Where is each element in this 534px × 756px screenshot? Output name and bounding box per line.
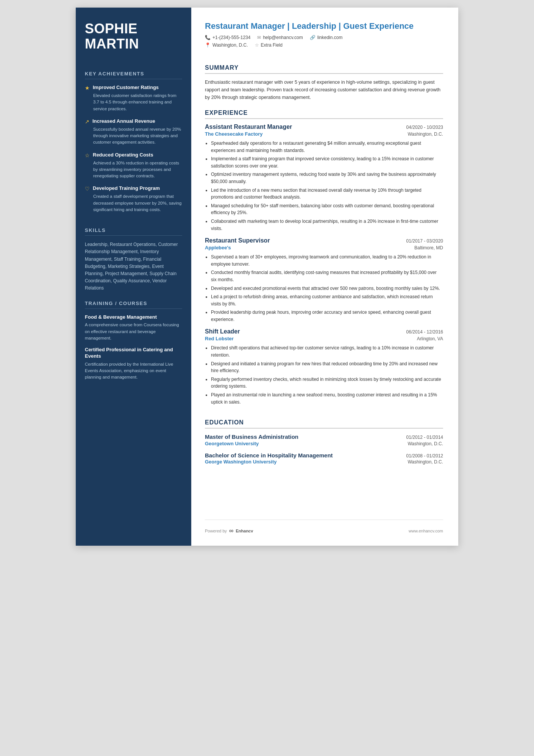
achievement-icon: ♡ (85, 186, 90, 192)
job-title: Restaurant Supervisor (205, 237, 270, 244)
experience-list: Assistant Restaurant Manager 04/2020 - 1… (205, 124, 443, 411)
enhancv-logo-icon: ∞ (229, 527, 233, 534)
bullet-item: Spearheaded daily operations for a resta… (211, 140, 443, 154)
education-title: EDUCATION (205, 419, 443, 429)
achievement-title: Developed Training Program (93, 185, 160, 192)
courses-list: Food & Beverage Management A comprehensi… (85, 314, 182, 386)
star-icon: ☆ (255, 42, 259, 48)
job-date: 01/2017 - 03/2020 (406, 238, 443, 244)
bullet-item: Implemented a staff training program tha… (211, 155, 443, 169)
achievement-title: Reduced Operating Costs (93, 152, 153, 158)
job-location: Washington, D.C. (408, 131, 443, 137)
edu-school: Georgetown University (205, 441, 259, 446)
skills-text: Leadership, Restaurant Operations, Custo… (85, 241, 182, 292)
job-company: The Cheesecake Factory (205, 131, 262, 137)
brand-name: Enhancv (236, 529, 253, 533)
job-company: Red Lobster (205, 336, 234, 341)
achievement-title: Improved Customer Ratings (93, 85, 159, 91)
contact-extra: ☆ Extra Field (255, 42, 283, 48)
achievement-desc: Created a staff development program that… (85, 193, 182, 213)
bullet-item: Led the introduction of a new menu secti… (211, 187, 443, 201)
job-date: 04/2020 - 10/2023 (406, 125, 443, 130)
powered-by-label: Powered by (205, 529, 227, 533)
contact-city: 📍 Washington, D.C. (205, 42, 248, 48)
bullet-item: Optimized inventory management systems, … (211, 171, 443, 185)
bullet-item: Collaborated with marketing team to deve… (211, 218, 443, 232)
resume-wrapper: SOPHIE MARTIN KEY ACHIEVEMENTS ★ Improve… (76, 8, 458, 546)
edu-date: 01/2012 - 01/2014 (406, 435, 443, 440)
job-location: Arlington, VA (417, 336, 443, 341)
course-title: Certified Professional in Catering and E… (85, 347, 182, 360)
achievement-icon: ★ (85, 85, 90, 91)
course-title: Food & Beverage Management (85, 314, 182, 321)
job-title: Assistant Restaurant Manager (205, 124, 292, 130)
job-item: Shift Leader 06/2014 - 12/2016 Red Lobst… (205, 328, 443, 405)
experience-title: EXPERIENCE (205, 110, 443, 119)
contact-row: 📞 +1-(234)-555-1234 ✉ help@enhancv.com 🔗… (205, 35, 443, 40)
bullet-item: Played an instrumental role in launching… (211, 391, 443, 405)
achievement-title: Increased Annual Revenue (92, 118, 155, 125)
job-item: Assistant Restaurant Manager 04/2020 - 1… (205, 124, 443, 232)
main-headline: Restaurant Manager|Leadership|Guest Expe… (205, 21, 443, 31)
summary-title: SUMMARY (205, 64, 443, 74)
candidate-name: SOPHIE MARTIN (85, 21, 182, 51)
course-item: Food & Beverage Management A comprehensi… (85, 314, 182, 342)
edu-degree: Bachelor of Science in Hospitality Manag… (205, 452, 333, 459)
education-item: Master of Business Administration 01/201… (205, 433, 443, 446)
achievements-section-title: KEY ACHIEVEMENTS (85, 71, 182, 79)
bullet-item: Conducted monthly financial audits, iden… (211, 269, 443, 283)
job-location: Baltimore, MD (414, 245, 443, 250)
achievement-desc: Successfully boosted annual revenue by 2… (85, 126, 182, 146)
achievement-desc: Elevated customer satisfaction ratings f… (85, 92, 182, 112)
education-list: Master of Business Administration 01/201… (205, 433, 443, 470)
footer-website: www.enhancv.com (409, 529, 443, 533)
achievement-item: ★ Improved Customer Ratings Elevated cus… (85, 85, 182, 112)
bullet-item: Supervised a team of 30+ employees, impr… (211, 254, 443, 268)
achievement-item: ♡ Developed Training Program Created a s… (85, 185, 182, 213)
course-item: Certified Professional in Catering and E… (85, 347, 182, 381)
achievements-list: ★ Improved Customer Ratings Elevated cus… (85, 85, 182, 219)
main-content: Restaurant Manager|Leadership|Guest Expe… (191, 8, 458, 546)
job-item: Restaurant Supervisor 01/2017 - 03/2020 … (205, 237, 443, 323)
course-desc: A comprehensive course from Coursera foc… (85, 322, 182, 341)
edu-location: Washington, D.C. (408, 441, 443, 446)
bullet-item: Designed and initiated a training progra… (211, 360, 443, 374)
bullet-item: Managed scheduling for 50+ staff members… (211, 202, 443, 216)
edu-school: George Washington University (205, 459, 277, 465)
contact-linkedin: 🔗 linkedin.com (310, 35, 343, 40)
bullet-item: Regularly performed inventory checks, wh… (211, 376, 443, 390)
email-icon: ✉ (257, 35, 261, 40)
bullet-item: Provided leadership during peak hours, i… (211, 309, 443, 323)
job-company: Applebee's (205, 245, 231, 250)
skills-section-title: SKILLS (85, 227, 182, 236)
edu-degree: Master of Business Administration (205, 433, 298, 441)
achievement-icon: ☆ (85, 152, 90, 158)
achievement-item: ↗ Increased Annual Revenue Successfully … (85, 118, 182, 146)
footer-left: Powered by ∞ Enhancv (205, 527, 253, 534)
location-icon: 📍 (205, 42, 211, 48)
bullet-item: Developed and executed promotional event… (211, 285, 443, 292)
sidebar: SOPHIE MARTIN KEY ACHIEVEMENTS ★ Improve… (76, 8, 191, 546)
achievement-desc: Achieved a 30% reduction in operating co… (85, 160, 182, 180)
contact-phone: 📞 +1-(234)-555-1234 (205, 35, 250, 40)
courses-section-title: TRAINING / COURSES (85, 301, 182, 309)
contact-email: ✉ help@enhancv.com (257, 35, 303, 40)
achievement-icon: ↗ (85, 119, 89, 125)
bullet-item: Led a project to refurbish dining areas,… (211, 293, 443, 307)
achievement-item: ☆ Reduced Operating Costs Achieved a 30%… (85, 152, 182, 180)
edu-location: Washington, D.C. (408, 459, 443, 465)
bullet-item: Directed shift operations that achieved … (211, 344, 443, 358)
phone-icon: 📞 (205, 35, 211, 40)
job-date: 06/2014 - 12/2016 (406, 329, 443, 335)
edu-date: 01/2008 - 01/2012 (406, 453, 443, 459)
education-item: Bachelor of Science in Hospitality Manag… (205, 452, 443, 465)
job-title: Shift Leader (205, 328, 240, 335)
footer-bar: Powered by ∞ Enhancv www.enhancv.com (205, 520, 443, 534)
summary-text: Enthusiastic restaurant manager with ove… (205, 78, 443, 101)
linkedin-icon: 🔗 (310, 35, 315, 40)
contact-row2: 📍 Washington, D.C. ☆ Extra Field (205, 42, 443, 48)
course-desc: Certification provided by the Internatio… (85, 361, 182, 381)
